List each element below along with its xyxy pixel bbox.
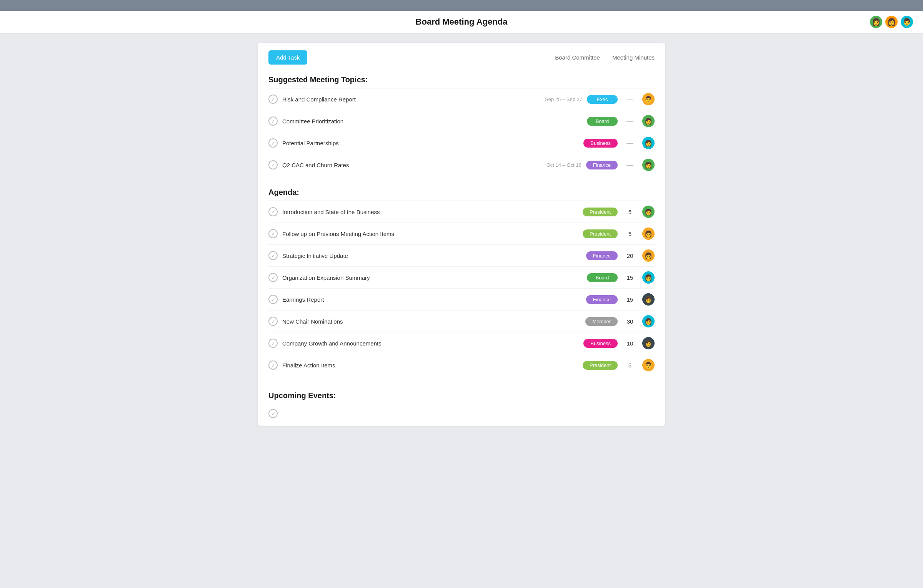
top-bar [0,0,923,11]
header: Board Meeting Agenda 👩 👩 👨 [0,11,923,33]
task-name: Risk and Compliance Report [282,96,531,103]
task-name: New Chair Nominations [282,318,581,325]
task-avatar: 👩 [642,293,655,306]
check-icon[interactable]: ✓ [268,317,278,326]
task-name: Follow up on Previous Meeting Action Ite… [282,231,578,237]
task-name: Committee Prioritization [282,118,531,125]
task-name: Strategic Initiative Update [282,252,581,259]
avatar-1: 👩 [869,15,883,29]
check-icon[interactable]: ✓ [268,116,278,126]
check-icon[interactable]: ✓ [268,95,278,104]
task-avatar: 👩 [642,228,655,240]
task-minutes: 15 [622,274,638,281]
tag-exec: Exec [587,95,618,104]
agenda-title: Agenda: [268,188,655,201]
task-avatar: 👩 [642,115,655,127]
nav-board-committee[interactable]: Board Committee [555,54,600,61]
task-name: Organization Expansion Summary [282,274,582,281]
upcoming-events-section: Upcoming Events: ✓ [258,384,665,426]
avatar-2: 👩 [885,15,898,29]
task-avatar: 👩 [642,337,655,349]
tag-business: Business [583,339,618,348]
task-row: ✓ Strategic Initiative Update Finance 20… [268,245,655,267]
task-dash: — [622,161,638,169]
suggested-topics-section: Suggested Meeting Topics: ✓ Risk and Com… [258,71,665,176]
upcoming-events-title: Upcoming Events: [268,391,655,404]
check-icon[interactable]: ✓ [268,229,278,238]
task-avatar: 👨 [642,93,655,105]
task-avatar: 👩 [642,137,655,149]
agenda-section: Agenda: ✓ Introduction and State of the … [258,183,665,376]
task-minutes: 10 [622,340,638,347]
task-minutes: 5 [622,209,638,215]
task-dash: — [622,95,638,103]
task-date: Oct 14 – Oct 16 [535,162,581,168]
task-avatar: 👨 [642,359,655,371]
check-icon[interactable]: ✓ [268,251,278,260]
avatar-3: 👨 [900,15,914,29]
check-icon[interactable]: ✓ [268,138,278,148]
tag-finance: Finance [586,295,618,304]
check-icon[interactable]: ✓ [268,339,278,348]
page-title: Board Meeting Agenda [416,17,508,27]
header-avatars: 👩 👩 👨 [869,15,914,29]
task-dash: — [622,139,638,147]
add-task-button[interactable]: Add Task [268,50,307,65]
check-icon[interactable]: ✓ [268,360,278,370]
nav-meeting-minutes[interactable]: Meeting Minutes [612,54,655,61]
task-row: ✓ Organization Expansion Summary Board 1… [268,267,655,289]
task-avatar: 👩 [642,315,655,327]
task-row: ✓ Earnings Report Finance 15 👩 [268,289,655,311]
main-card: Add Task Board Committee Meeting Minutes… [258,43,665,426]
task-name: Introduction and State of the Business [282,209,578,215]
check-icon[interactable]: ✓ [268,273,278,282]
task-date: Sep 25 – Sep 27 [536,96,582,102]
tag-president: President [583,208,618,216]
task-minutes: 30 [622,318,638,325]
check-icon[interactable]: ✓ [268,160,278,169]
tag-member: Member [585,317,618,326]
check-icon[interactable]: ✓ [268,207,278,216]
tag-finance: Finance [586,251,618,260]
task-name: Company Growth and Announcements [282,340,579,347]
task-row: ✓ Introduction and State of the Business… [268,201,655,223]
tag-board: Board [587,273,618,282]
check-icon[interactable]: ✓ [268,295,278,304]
task-name: Earnings Report [282,296,581,303]
task-name: Finalize Action Items [282,362,578,369]
task-avatar: 👩 [642,206,655,218]
task-avatar: 👩 [642,159,655,171]
check-icon[interactable]: ✓ [268,409,278,418]
task-minutes: 20 [622,252,638,259]
task-name: Q2 CAC and Churn Rates [282,162,531,168]
task-avatar: 👩 [642,271,655,284]
task-minutes: 5 [622,362,638,369]
task-row: ✓ [268,404,655,426]
task-minutes: 5 [622,231,638,237]
tag-president: President [583,229,618,238]
task-avatar: 👩 [642,249,655,262]
card-nav: Board Committee Meeting Minutes [555,54,655,61]
task-dash: — [622,117,638,125]
task-minutes: 15 [622,296,638,303]
task-row: ✓ Committee Prioritization Board — 👩 [268,110,655,132]
task-row: ✓ Finalize Action Items President 5 👨 [268,354,655,376]
task-row: ✓ Q2 CAC and Churn Rates Oct 14 – Oct 16… [268,154,655,176]
task-row: ✓ Follow up on Previous Meeting Action I… [268,223,655,245]
card-header: Add Task Board Committee Meeting Minutes [258,43,665,71]
task-row: ✓ Risk and Compliance Report Sep 25 – Se… [268,88,655,110]
tag-board: Board [587,117,618,126]
tag-business: Business [583,139,618,148]
task-row: ✓ Potential Partnerships Business — 👩 [268,132,655,154]
suggested-topics-title: Suggested Meeting Topics: [268,75,655,88]
tag-finance: Finance [586,161,618,169]
task-row: ✓ Company Growth and Announcements Busin… [268,332,655,354]
tag-president: President [583,361,618,370]
task-name: Potential Partnerships [282,140,528,146]
task-row: ✓ New Chair Nominations Member 30 👩 [268,311,655,332]
